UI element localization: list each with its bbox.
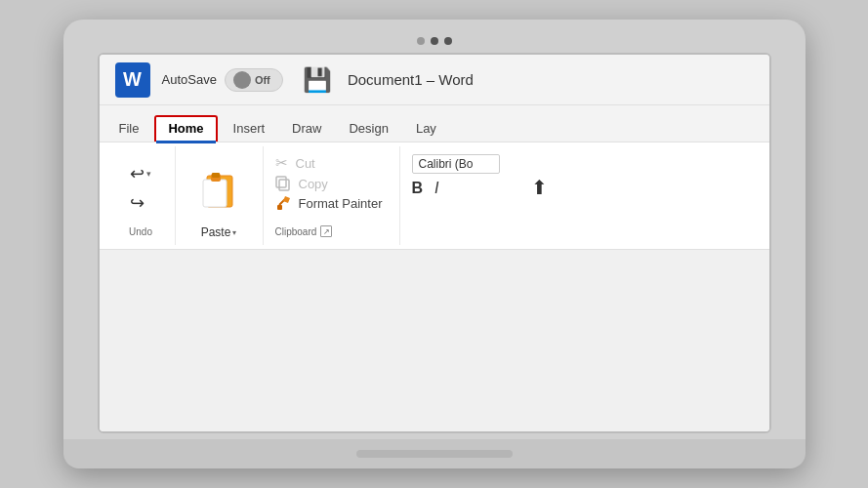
document-area[interactable] xyxy=(100,250,769,431)
copy-icon xyxy=(275,176,291,191)
svg-rect-5 xyxy=(276,177,286,187)
redo-row: ↪ xyxy=(130,192,151,214)
svg-rect-6 xyxy=(277,205,282,210)
camera-bar xyxy=(417,37,452,45)
font-group: Calibri (Bo B I xyxy=(400,146,512,245)
laptop-screen: W AutoSave Off 💾 Document1 – Word File H… xyxy=(98,53,771,433)
copy-label: Copy xyxy=(299,177,328,191)
svg-rect-4 xyxy=(279,180,289,190)
undo-group: ↩ ▾ ↪ Undo xyxy=(107,146,176,245)
cut-label: Cut xyxy=(296,156,315,171)
autosave-area: AutoSave Off xyxy=(162,68,283,92)
camera-dot-1 xyxy=(417,37,425,45)
clipboard-expand-button[interactable]: ↗ xyxy=(320,225,332,237)
cut-button[interactable]: ✂ Cut xyxy=(275,154,388,172)
undo-dropdown-arrow[interactable]: ▾ xyxy=(146,169,151,179)
laptop-notch xyxy=(356,450,513,458)
menu-item-file[interactable]: File xyxy=(107,117,151,142)
format-painter-icon xyxy=(275,195,291,211)
paste-text-label[interactable]: Paste xyxy=(201,225,231,239)
toggle-circle xyxy=(233,71,251,89)
menu-item-design[interactable]: Design xyxy=(337,117,399,142)
font-name-box[interactable]: Calibri (Bo xyxy=(412,154,500,174)
document-title: Document1 – Word xyxy=(348,71,474,88)
undo-buttons: ↩ ▾ ↪ xyxy=(130,154,151,223)
camera-dot-2 xyxy=(431,37,438,45)
redo-icon[interactable]: ↪ xyxy=(130,192,145,214)
format-painter-button[interactable]: Format Painter xyxy=(275,195,388,211)
save-icon[interactable]: 💾 xyxy=(303,66,332,94)
paste-label-area: Paste ▾ xyxy=(201,225,237,239)
ribbon-cursor-area: ⬆ xyxy=(512,146,762,245)
menu-bar: File Home Insert Draw Design Lay xyxy=(100,105,769,142)
title-bar: W AutoSave Off 💾 Document1 – Word xyxy=(100,55,769,105)
clipboard-items-group: ✂ Cut Copy xyxy=(264,146,400,245)
menu-item-home[interactable]: Home xyxy=(154,115,217,142)
italic-button[interactable]: I xyxy=(434,180,438,197)
bold-button[interactable]: B xyxy=(412,180,424,197)
format-painter-label: Format Painter xyxy=(299,196,383,211)
svg-rect-1 xyxy=(203,180,227,207)
undo-row: ↩ ▾ xyxy=(130,163,151,184)
laptop-shell: W AutoSave Off 💾 Document1 – Word File H… xyxy=(63,20,806,468)
autosave-toggle[interactable]: Off xyxy=(225,68,283,92)
laptop-base xyxy=(63,439,806,468)
mouse-cursor-icon: ⬆ xyxy=(531,176,548,199)
camera-dot-3 xyxy=(444,37,452,45)
cut-icon: ✂ xyxy=(275,154,288,172)
svg-rect-3 xyxy=(212,173,220,178)
svg-marker-8 xyxy=(283,196,290,203)
clipboard-label-row: Clipboard ↗ xyxy=(275,225,388,237)
undo-label: Undo xyxy=(129,226,152,237)
menu-item-layout[interactable]: Lay xyxy=(404,117,448,142)
menu-item-draw[interactable]: Draw xyxy=(280,117,333,142)
undo-icon[interactable]: ↩ xyxy=(130,163,145,184)
font-format-buttons: B I xyxy=(412,180,500,197)
copy-button[interactable]: Copy xyxy=(275,176,388,191)
word-logo: W xyxy=(115,62,150,98)
paste-dropdown-arrow[interactable]: ▾ xyxy=(232,228,236,237)
paste-group: Paste ▾ xyxy=(176,146,264,245)
autosave-label: AutoSave xyxy=(162,72,217,87)
toggle-off-label: Off xyxy=(255,74,270,86)
clipboard-label: Clipboard xyxy=(275,226,317,237)
ribbon: ↩ ▾ ↪ Undo xyxy=(100,142,769,250)
paste-clipboard-icon[interactable] xyxy=(197,168,240,211)
menu-item-insert[interactable]: Insert xyxy=(222,117,277,142)
